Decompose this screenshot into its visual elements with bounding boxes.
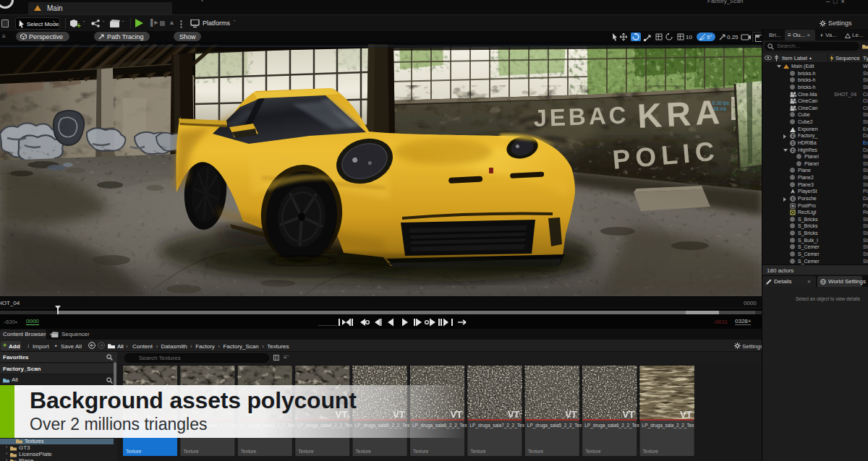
svg-text:JEBAC: JEBAC (533, 101, 629, 132)
svg-text:5°: 5° (707, 34, 712, 40)
svg-text:+: + (77, 22, 81, 29)
svg-text:10: 10 (686, 34, 692, 40)
svg-text:LP_druga_sala5_2_2_Tex: LP_druga_sala5_2_2_Tex (527, 423, 582, 428)
svg-text:LP_druga_sala6_2_2_Tex: LP_druga_sala6_2_2_Tex (584, 423, 639, 428)
svg-text:Texture: Texture (241, 449, 257, 454)
svg-text:Texture: Texture (528, 449, 544, 454)
svg-text:VT: VT (565, 409, 577, 420)
svg-text:Texture: Texture (126, 449, 142, 454)
svg-text:VT: VT (623, 409, 635, 420)
svg-text:Texture: Texture (298, 449, 314, 454)
svg-text:LP_druga_sala_2_2_Tex: LP_druga_sala_2_2_Tex (642, 423, 695, 428)
svg-text:Texture: Texture (470, 449, 486, 454)
svg-text:Texture: Texture (356, 449, 372, 454)
svg-text:0.25: 0.25 (727, 34, 739, 40)
svg-text:68 ms: 68 ms (713, 106, 726, 111)
svg-text:KRA: KRA (637, 92, 725, 135)
svg-text:8.36 fps: 8.36 fps (712, 100, 730, 106)
svg-text:VT: VT (680, 409, 692, 420)
svg-text:Texture: Texture (643, 449, 659, 454)
svg-text:Texture: Texture (183, 449, 199, 454)
svg-text:LP_druga_sala7_2_2_Tex: LP_druga_sala7_2_2_Tex (469, 423, 524, 428)
svg-text:VT: VT (508, 409, 520, 420)
svg-text:Texture: Texture (585, 449, 601, 454)
svg-text:Texture: Texture (413, 449, 429, 454)
